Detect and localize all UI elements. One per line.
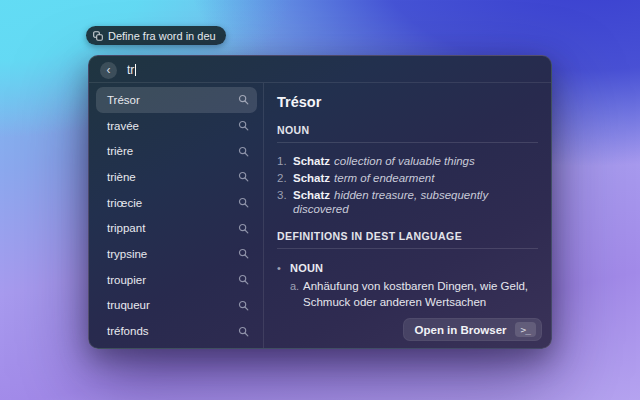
definition-item: 2. Schatzterm of endearment — [277, 171, 538, 185]
list-item-label: triène — [107, 171, 136, 183]
text-caret — [135, 64, 136, 76]
results-list: Trésor travée trière triène triœcie trip… — [89, 83, 263, 348]
open-in-browser-label: Open in Browser — [415, 324, 507, 336]
list-item-label: troupier — [107, 274, 146, 286]
list-item[interactable]: truqueur — [96, 293, 257, 319]
definitions-list: 1. Schatzcollection of valuable things 2… — [277, 154, 538, 216]
list-item[interactable]: triène — [96, 164, 257, 190]
extension-icon — [93, 31, 103, 41]
open-in-browser-button[interactable]: Open in Browser >_ — [403, 318, 542, 341]
list-item[interactable]: trypsine — [96, 241, 257, 267]
search-icon — [238, 197, 249, 208]
chevron-left-icon: ‹ — [107, 64, 111, 76]
dest-pos-label: NOUN — [290, 262, 323, 274]
list-item-label: truqueur — [107, 299, 150, 311]
search-query-text: tr — [127, 63, 134, 77]
dest-definition-text: Anhäufung von kostbaren Dingen, wie Geld… — [303, 279, 538, 310]
search-icon — [238, 274, 249, 285]
definition-text: collection of valuable things — [334, 155, 475, 167]
search-icon — [238, 300, 249, 311]
pos-heading: NOUN — [277, 124, 538, 136]
bullet-icon: • — [277, 262, 290, 274]
dest-definitions: • NOUN a. Anhäufung von kostbaren Dingen… — [277, 262, 538, 310]
definition-number: 1. — [277, 154, 293, 168]
content-area: Trésor travée trière triène triœcie trip… — [89, 83, 551, 348]
search-icon — [238, 326, 249, 337]
back-button[interactable]: ‹ — [100, 62, 117, 79]
list-item-label: Trésor — [107, 94, 140, 106]
search-icon — [238, 248, 249, 259]
translation-word: Schatz — [293, 189, 330, 201]
shortcut-key-icon: >_ — [515, 322, 536, 337]
definition-number: 3. — [277, 188, 293, 216]
list-item[interactable]: travée — [96, 113, 257, 139]
dest-definition-item: a. Anhäufung von kostbaren Dingen, wie G… — [277, 279, 538, 310]
definition-item: 1. Schatzcollection of valuable things — [277, 154, 538, 168]
definition-item: 3. Schatzhidden treasure, subsequently d… — [277, 188, 538, 216]
translation-word: Schatz — [293, 172, 330, 184]
search-icon — [238, 94, 249, 105]
search-icon — [238, 223, 249, 234]
list-item-label: triœcie — [107, 197, 142, 209]
list-item-label: trière — [107, 145, 133, 157]
search-icon — [238, 171, 249, 182]
search-bar[interactable]: ‹ tr — [89, 56, 551, 82]
toast-label: Define fra word in deu — [108, 30, 216, 42]
list-item[interactable]: tréfonds — [96, 318, 257, 344]
toast-define-command: Define fra word in deu — [86, 26, 226, 45]
list-item-label: trippant — [107, 222, 145, 234]
search-input[interactable]: tr — [127, 63, 136, 77]
search-icon — [238, 120, 249, 131]
list-item[interactable]: Trésor — [96, 87, 257, 113]
raycast-window: ‹ tr Trésor travée trière triène — [88, 55, 552, 349]
word-title: Trésor — [277, 94, 538, 110]
list-item-label: travée — [107, 120, 139, 132]
search-icon — [238, 146, 249, 157]
section-rule — [277, 142, 538, 143]
list-item[interactable]: trippant — [96, 215, 257, 241]
detail-panel: Trésor NOUN 1. Schatzcollection of valua… — [264, 83, 551, 348]
list-item[interactable]: trière — [96, 138, 257, 164]
list-item-label: trypsine — [107, 248, 147, 260]
list-item[interactable]: troupier — [96, 267, 257, 293]
dest-definition-letter: a. — [290, 279, 303, 310]
list-item-label: tréfonds — [107, 325, 149, 337]
dest-language-heading: DEFINITIONS IN DEST LANGUAGE — [277, 230, 538, 242]
definition-number: 2. — [277, 171, 293, 185]
list-item[interactable]: triœcie — [96, 190, 257, 216]
translation-word: Schatz — [293, 155, 330, 167]
definition-text: term of endearment — [334, 172, 434, 184]
section-rule — [277, 248, 538, 249]
